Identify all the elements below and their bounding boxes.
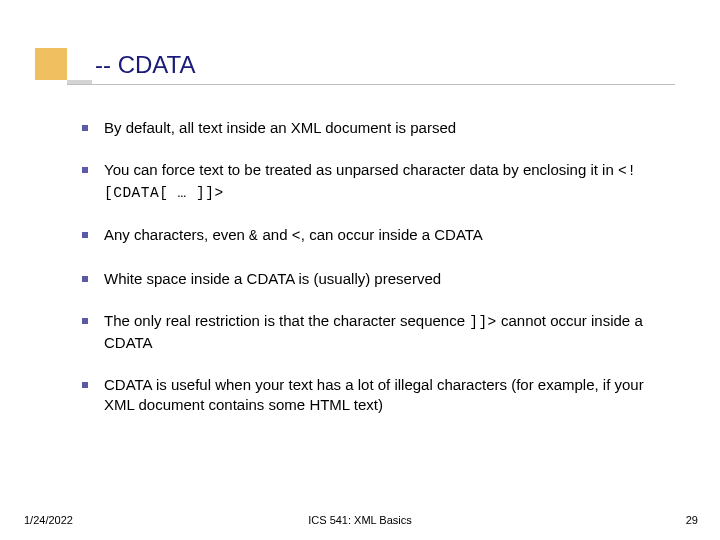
list-item: White space inside a CDATA is (usually) …: [78, 269, 672, 289]
bullet-text: The only real restriction is that the ch…: [104, 312, 469, 329]
list-item: CDATA is useful when your text has a lot…: [78, 375, 672, 416]
code-inline: &: [249, 228, 258, 244]
bullet-list: By default, all text inside an XML docum…: [78, 118, 672, 416]
list-item: You can force text to be treated as unpa…: [78, 160, 672, 203]
slide-title: -- CDATA: [95, 51, 195, 79]
list-item: Any characters, even & and <, can occur …: [78, 225, 672, 247]
list-item: The only real restriction is that the ch…: [78, 311, 672, 353]
code-inline: <: [292, 228, 301, 244]
bullet-text: White space inside a CDATA is (usually) …: [104, 270, 441, 287]
accent-square-icon: [35, 48, 67, 80]
bullet-text: Any characters, even: [104, 226, 249, 243]
slide: -- CDATA By default, all text inside an …: [0, 0, 720, 540]
list-item: By default, all text inside an XML docum…: [78, 118, 672, 138]
footer-title: ICS 541: XML Basics: [0, 514, 720, 526]
page-number: 29: [686, 514, 698, 526]
bullet-text: , can occur inside a CDATA: [301, 226, 483, 243]
slide-body: By default, all text inside an XML docum…: [78, 118, 672, 438]
bullet-text: and: [258, 226, 291, 243]
code-inline: ]]>: [469, 314, 497, 330]
bullet-text: CDATA is useful when your text has a lot…: [104, 376, 644, 413]
bullet-text: By default, all text inside an XML docum…: [104, 119, 456, 136]
bullet-text: You can force text to be treated as unpa…: [104, 161, 618, 178]
title-underline: [67, 84, 675, 85]
